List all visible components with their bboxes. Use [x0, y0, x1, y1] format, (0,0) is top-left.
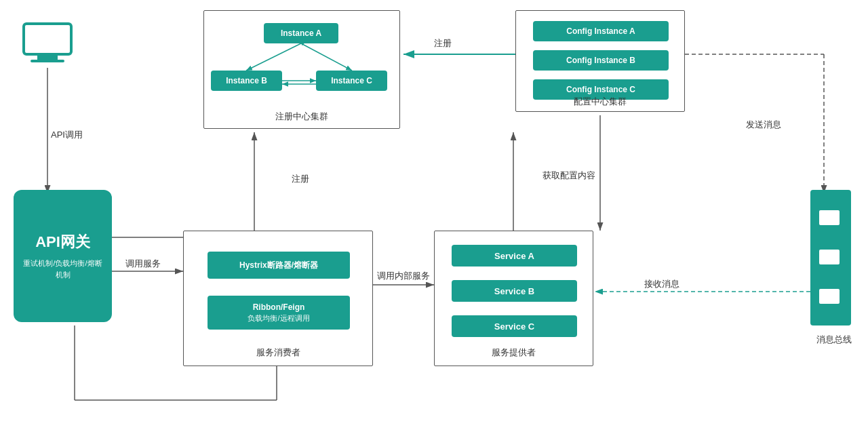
ribbon-feign-line2: 负载均衡/远程调用: [248, 313, 309, 323]
get-config-label: 获取配置内容: [542, 170, 595, 182]
hystrix-box: Hystrix断路器/熔断器: [208, 252, 350, 279]
svg-rect-18: [31, 60, 64, 62]
service-provider-box: Service A Service B Service C 服务提供者: [434, 231, 593, 366]
receive-message-label: 接收消息: [644, 278, 679, 290]
svg-rect-17: [37, 56, 58, 60]
service-consumer-label: 服务消费者: [184, 347, 372, 359]
api-gateway-subtitle: 重试机制/负载均衡/熔断机制: [20, 258, 105, 280]
send-message-label: 发送消息: [746, 119, 781, 131]
config-instance-b: Config Instance B: [533, 50, 669, 71]
registry-cluster-box: Instance A Instance B Instance C: [203, 10, 400, 129]
service-b-box: Service B: [452, 280, 577, 302]
config-cluster-box: Config Instance A Config Instance B Conf…: [515, 10, 685, 112]
api-gateway-box: API网关 重试机制/负载均衡/熔断机制: [14, 190, 112, 322]
ribbon-feign-line1: Ribbon/Feign: [253, 302, 305, 313]
api-call-label: API调用: [51, 129, 83, 141]
arrows-svg: [0, 0, 868, 434]
bus-rect-1: [819, 210, 840, 225]
register1-label: 注册: [434, 37, 452, 50]
monitor-icon: [20, 20, 75, 68]
message-bus: [810, 190, 851, 326]
config-cluster-label: 配置中心集群: [516, 96, 684, 108]
message-bus-label: 消息总线: [807, 334, 861, 346]
bus-rect-3: [819, 289, 840, 304]
config-instance-a: Config Instance A: [533, 21, 669, 41]
svg-rect-16: [24, 24, 71, 54]
service-c-box: Service C: [452, 315, 577, 337]
diagram-container: API调用 API网关 重试机制/负载均衡/熔断机制 调用服务 Instance…: [0, 0, 868, 434]
registry-cluster-label: 注册中心集群: [204, 111, 399, 123]
service-a-box: Service A: [452, 245, 577, 267]
service-consumer-box: Hystrix断路器/熔断器 Ribbon/Feign 负载均衡/远程调用 服务…: [183, 231, 373, 366]
register2-label: 注册: [292, 173, 309, 185]
svg-line-20: [301, 43, 352, 71]
api-gateway-title: API网关: [35, 232, 90, 252]
call-service-label: 调用服务: [125, 258, 161, 270]
svg-line-19: [246, 43, 301, 71]
service-provider-label: 服务提供者: [435, 347, 593, 359]
ribbon-feign-box: Ribbon/Feign 负载均衡/远程调用: [208, 296, 350, 330]
call-internal-label: 调用内部服务: [377, 270, 430, 282]
bus-rect-2: [819, 250, 840, 264]
